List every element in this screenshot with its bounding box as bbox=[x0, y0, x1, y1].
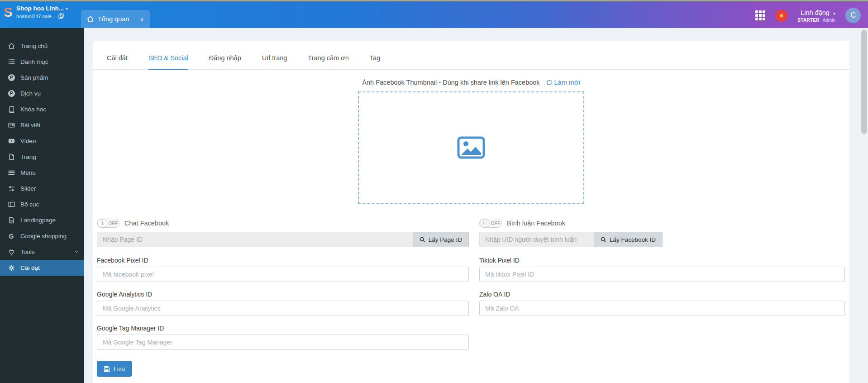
landingpage-icon bbox=[7, 217, 16, 224]
user-role: Admin bbox=[823, 18, 835, 23]
google-analytics-field: Google Analytics ID bbox=[97, 291, 469, 316]
sidebar-item-san-pham[interactable]: P Sản phẩm bbox=[0, 70, 84, 86]
toggle-knob bbox=[480, 219, 490, 227]
sidebar-item-khoa-hoc[interactable]: Khóa học bbox=[0, 101, 84, 117]
home-icon bbox=[7, 43, 16, 49]
tab-trang-cam-on[interactable]: Trang cảm ơn bbox=[308, 54, 348, 70]
vertical-scrollbar[interactable] bbox=[860, 28, 868, 383]
menu-bars-icon bbox=[7, 169, 16, 176]
facebook-pixel-field: Facebook Pixel ID bbox=[97, 257, 469, 282]
get-page-id-button[interactable]: Lấy Page ID bbox=[413, 232, 469, 247]
tab-label: Tổng quan bbox=[98, 15, 129, 23]
chevron-down-icon: ▾ bbox=[833, 11, 835, 16]
home-icon bbox=[86, 15, 94, 23]
save-button[interactable]: Lưu bbox=[97, 361, 132, 377]
facebook-thumbnail-heading: Ảnh Facebook Thumbnail - Dùng khi share … bbox=[362, 79, 539, 86]
comment-facebook-row: OFF Bình luận Facebook bbox=[479, 219, 845, 228]
google-tag-manager-label: Google Tag Manager ID bbox=[97, 325, 469, 332]
tab-seo-social[interactable]: SEO & Social bbox=[148, 54, 188, 70]
main-content: Cài đặt SEO & Social Đăng nhập Url trang… bbox=[84, 28, 868, 383]
sidebar-item-menu[interactable]: Menu bbox=[0, 165, 84, 181]
tab-dang-nhap[interactable]: Đăng nhập bbox=[209, 54, 241, 70]
chat-facebook-label: Chat Facebook bbox=[124, 220, 169, 227]
user-menu[interactable]: Linh đặng ▾ STARTER Admin bbox=[797, 9, 835, 23]
scrollbar-thumb[interactable] bbox=[861, 30, 867, 134]
sidebar-item-slider[interactable]: Slider bbox=[0, 181, 84, 196]
sidebar-item-dich-vu[interactable]: P Dịch vụ bbox=[0, 86, 84, 101]
google-tag-manager-field: Google Tag Manager ID bbox=[97, 325, 469, 350]
tiktok-pixel-label: Tiktok Pixel ID bbox=[479, 257, 845, 264]
zalo-oa-label: Zalo OA ID bbox=[479, 291, 845, 298]
chevron-down-icon bbox=[74, 249, 79, 255]
site-switcher[interactable]: S Shop hoa Linh... ▾ hoatuoi247.sale... bbox=[4, 5, 68, 19]
zalo-oa-input[interactable] bbox=[479, 301, 845, 316]
avatar[interactable]: C bbox=[845, 8, 861, 23]
google-icon: G bbox=[7, 233, 16, 240]
toggle-state: OFF bbox=[107, 221, 119, 226]
tab-url-trang[interactable]: Url trang bbox=[262, 54, 287, 70]
tab-tag[interactable]: Tag bbox=[370, 54, 380, 70]
refresh-link[interactable]: Làm mới bbox=[546, 79, 580, 86]
service-icon: P bbox=[7, 90, 16, 97]
user-name: Linh đặng bbox=[801, 9, 830, 16]
vietnam-flag-icon[interactable]: ★ bbox=[775, 10, 787, 22]
save-icon bbox=[104, 366, 110, 372]
book-icon bbox=[7, 106, 16, 113]
site-name: Shop hoa Linh... bbox=[16, 5, 64, 12]
tab-tong-quan[interactable]: Tổng quan x bbox=[81, 10, 150, 28]
sidebar-item-trang-chu[interactable]: Trang chủ bbox=[0, 38, 84, 54]
sidebar-item-landingpage[interactable]: Landingpage bbox=[0, 212, 84, 228]
tiktok-pixel-input[interactable] bbox=[479, 267, 845, 282]
get-facebook-id-button[interactable]: Lấy Facebook ID bbox=[594, 232, 663, 247]
tab-cai-dat[interactable]: Cài đặt bbox=[107, 54, 128, 70]
tab-close-icon[interactable]: x bbox=[140, 16, 145, 23]
video-icon bbox=[7, 138, 16, 144]
comment-facebook-toggle[interactable]: OFF bbox=[479, 219, 502, 228]
site-domain: hoatuoi247.sale... bbox=[16, 14, 56, 19]
sidebar-item-bai-viet[interactable]: Bài viết bbox=[0, 117, 84, 133]
facebook-pixel-input[interactable] bbox=[97, 267, 469, 282]
search-icon bbox=[601, 237, 606, 243]
tiktok-pixel-field: Tiktok Pixel ID bbox=[479, 257, 845, 282]
plug-icon bbox=[7, 249, 16, 255]
top-header: S Shop hoa Linh... ▾ hoatuoi247.sale... … bbox=[0, 0, 868, 28]
plan-badge: STARTER bbox=[797, 18, 820, 23]
zalo-oa-field: Zalo OA ID bbox=[479, 291, 845, 316]
comment-facebook-label: Bình luận Facebook bbox=[507, 220, 565, 227]
sidebar-item-video[interactable]: Video bbox=[0, 133, 84, 149]
sidebar-item-danh-muc[interactable]: Danh mục bbox=[0, 54, 84, 70]
settings-tabs: Cài đặt SEO & Social Đăng nhập Url trang… bbox=[93, 41, 849, 70]
sliders-icon bbox=[7, 185, 16, 192]
layout-icon bbox=[7, 201, 16, 208]
page-id-input[interactable] bbox=[97, 232, 413, 247]
google-tag-manager-input[interactable] bbox=[97, 335, 469, 350]
app-logo: S bbox=[4, 5, 13, 19]
newspaper-icon bbox=[7, 122, 16, 129]
toggle-state: OFF bbox=[490, 221, 501, 226]
list-icon bbox=[7, 58, 16, 65]
chevron-down-icon: ▾ bbox=[66, 6, 68, 11]
sidebar-item-google-shopping[interactable]: G Google shopping bbox=[0, 228, 84, 244]
sidebar-item-tools[interactable]: Tools bbox=[0, 244, 84, 260]
page-id-group: Lấy Page ID bbox=[97, 232, 469, 247]
facebook-pixel-label: Facebook Pixel ID bbox=[97, 257, 469, 264]
facebook-uid-input[interactable] bbox=[479, 232, 594, 247]
settings-card: Cài đặt SEO & Social Đăng nhập Url trang… bbox=[93, 41, 849, 383]
google-analytics-input[interactable] bbox=[97, 301, 469, 316]
copy-icon[interactable] bbox=[58, 13, 64, 19]
refresh-icon bbox=[546, 80, 552, 86]
image-placeholder-icon bbox=[457, 136, 485, 159]
search-icon bbox=[420, 237, 425, 243]
sidebar: Trang chủ Danh mục P Sản phẩm P Dịch vụ … bbox=[0, 28, 84, 383]
product-icon: P bbox=[7, 74, 16, 81]
chat-facebook-toggle[interactable]: OFF bbox=[97, 219, 119, 228]
sidebar-item-bo-cuc[interactable]: Bố cục bbox=[0, 196, 84, 212]
sidebar-item-trang[interactable]: Trang bbox=[0, 149, 84, 165]
apps-grid-icon[interactable] bbox=[755, 10, 765, 20]
facebook-uid-group: Lấy Facebook ID bbox=[479, 232, 845, 247]
thumbnail-upload-area[interactable] bbox=[358, 91, 584, 204]
toggle-knob bbox=[97, 219, 107, 227]
sidebar-item-cai-dat[interactable]: Cài đặt bbox=[0, 260, 84, 276]
page-icon bbox=[7, 153, 16, 160]
gear-icon bbox=[7, 264, 16, 271]
